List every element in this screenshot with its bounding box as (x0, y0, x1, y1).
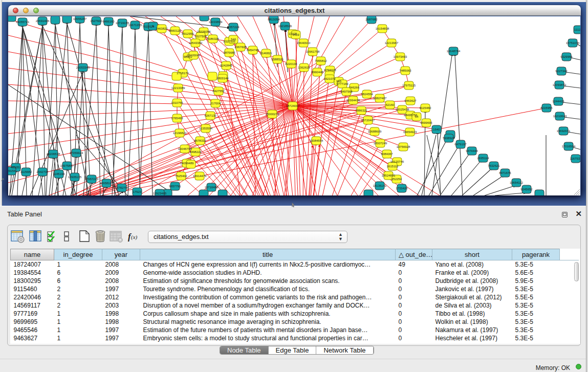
svg-text:1167533: 1167533 (570, 157, 580, 160)
svg-text:20053346: 20053346 (76, 66, 90, 69)
svg-text:2718170: 2718170 (177, 72, 189, 75)
svg-text:16210643: 16210643 (553, 115, 567, 118)
svg-text:8660124: 8660124 (169, 29, 181, 32)
svg-text:1010755: 1010755 (171, 101, 183, 104)
svg-text:22420046: 22420046 (187, 54, 201, 57)
svg-text:16782759: 16782759 (115, 186, 129, 189)
svg-text:1621072: 1621072 (323, 77, 336, 80)
svg-text:9242845: 9242845 (220, 64, 232, 67)
svg-text:7485063: 7485063 (399, 69, 411, 72)
svg-text:746266: 746266 (349, 86, 360, 89)
svg-text:8678332: 8678332 (194, 139, 206, 142)
svg-text:1145194: 1145194 (53, 172, 66, 176)
svg-text:64: 64 (415, 115, 419, 118)
svg-text:2935114: 2935114 (477, 157, 490, 160)
svg-text:15720407: 15720407 (361, 119, 375, 122)
svg-text:4267130: 4267130 (204, 114, 216, 117)
svg-text:8427552: 8427552 (212, 90, 225, 93)
svg-text:9245652: 9245652 (520, 188, 533, 191)
svg-text:1244415: 1244415 (552, 100, 564, 103)
svg-text:9463627: 9463627 (404, 99, 417, 102)
svg-text:18307249: 18307249 (374, 142, 387, 145)
svg-text:4498222: 4498222 (189, 150, 202, 154)
svg-text:1527602: 1527602 (90, 19, 102, 23)
svg-text:8215955: 8215955 (540, 106, 553, 110)
svg-text:11121: 11121 (574, 28, 580, 31)
svg-text:10756928: 10756928 (397, 145, 410, 148)
svg-text:7463822: 7463822 (156, 27, 168, 30)
svg-text:546: 546 (231, 38, 236, 41)
svg-text:10655287: 10655287 (73, 17, 87, 20)
svg-text:8990448: 8990448 (311, 71, 323, 74)
svg-text:20691406: 20691406 (36, 19, 50, 23)
svg-text:2367608: 2367608 (234, 46, 247, 49)
svg-text:9777169: 9777169 (336, 82, 349, 85)
svg-text:9146821: 9146821 (260, 52, 272, 55)
svg-text:5938923: 5938923 (443, 137, 455, 140)
svg-text:(x): (x) (131, 234, 138, 240)
svg-text:12905135: 12905135 (68, 176, 82, 179)
svg-text:252254: 252254 (391, 178, 402, 181)
svg-text:10807487: 10807487 (373, 97, 387, 100)
svg-text:10025438: 10025438 (396, 108, 409, 111)
svg-text:16154838: 16154838 (376, 27, 389, 30)
svg-text:7955812: 7955812 (315, 59, 327, 62)
svg-text:8471676: 8471676 (499, 171, 511, 174)
svg-text:485051: 485051 (11, 166, 21, 169)
svg-text:7886322: 7886322 (355, 109, 367, 112)
svg-text:10120746: 10120746 (390, 160, 404, 163)
svg-text:7357224: 7357224 (227, 26, 239, 29)
svg-text:8454749: 8454749 (247, 49, 259, 52)
svg-text:16671355: 16671355 (128, 24, 142, 27)
svg-text:6794028: 6794028 (324, 69, 336, 72)
svg-text:17957223: 17957223 (85, 178, 99, 181)
svg-text:15751074: 15751074 (566, 41, 580, 45)
svg-text:19218506: 19218506 (278, 25, 292, 28)
svg-text:12923465: 12923465 (153, 192, 167, 195)
svg-text:15640910: 15640910 (297, 41, 311, 45)
svg-text:8813054: 8813054 (268, 18, 280, 21)
svg-text:2942737: 2942737 (36, 170, 49, 173)
svg-text:2687682: 2687682 (365, 18, 378, 21)
svg-text:10543382: 10543382 (189, 41, 203, 45)
svg-text:20364436: 20364436 (346, 99, 360, 102)
svg-text:15692971: 15692971 (557, 129, 571, 133)
svg-text:11353594: 11353594 (199, 127, 213, 130)
svg-text:217004: 217004 (210, 102, 221, 105)
svg-text:20206538: 20206538 (47, 152, 60, 156)
svg-text:5419: 5419 (292, 33, 299, 36)
svg-text:8220134: 8220134 (285, 62, 297, 65)
svg-text:1362615: 1362615 (298, 66, 310, 69)
svg-text:1765493: 1765493 (171, 117, 183, 120)
svg-text:9115460: 9115460 (420, 106, 432, 110)
svg-text:18724007: 18724007 (286, 104, 300, 107)
svg-text:3875685: 3875685 (223, 51, 235, 54)
svg-text:1115682: 1115682 (20, 170, 32, 173)
svg-text:17359924: 17359924 (70, 151, 83, 155)
svg-text:8186328: 8186328 (207, 37, 219, 40)
svg-text:62160: 62160 (386, 103, 395, 106)
svg-text:9227342: 9227342 (555, 70, 568, 73)
svg-text:18524851: 18524851 (382, 174, 396, 177)
svg-text:2803144: 2803144 (216, 77, 229, 80)
svg-text:16648784: 16648784 (447, 50, 461, 53)
svg-text:14099489: 14099489 (180, 162, 194, 165)
svg-text:10973493: 10973493 (394, 55, 407, 58)
svg-text:14055721: 14055721 (16, 20, 30, 24)
svg-text:9329966: 9329966 (560, 55, 573, 58)
svg-text:1588520: 1588520 (271, 58, 284, 61)
svg-text:19975887: 19975887 (60, 164, 74, 167)
svg-text:12213967: 12213967 (385, 41, 399, 45)
svg-text:15716485: 15716485 (205, 186, 219, 189)
svg-text:17923: 17923 (133, 190, 142, 193)
svg-text:7625402: 7625402 (175, 174, 187, 178)
svg-text:25300273: 25300273 (266, 113, 279, 116)
svg-text:9657791: 9657791 (169, 185, 181, 188)
svg-text:23226058: 23226058 (197, 30, 211, 33)
svg-text:9474444: 9474444 (466, 149, 478, 152)
svg-text:8912956: 8912956 (182, 32, 194, 35)
svg-text:10958107: 10958107 (100, 182, 114, 185)
svg-text:9084067: 9084067 (381, 152, 393, 156)
svg-text:6497568: 6497568 (340, 90, 353, 93)
svg-text:10961758: 10961758 (306, 50, 320, 53)
